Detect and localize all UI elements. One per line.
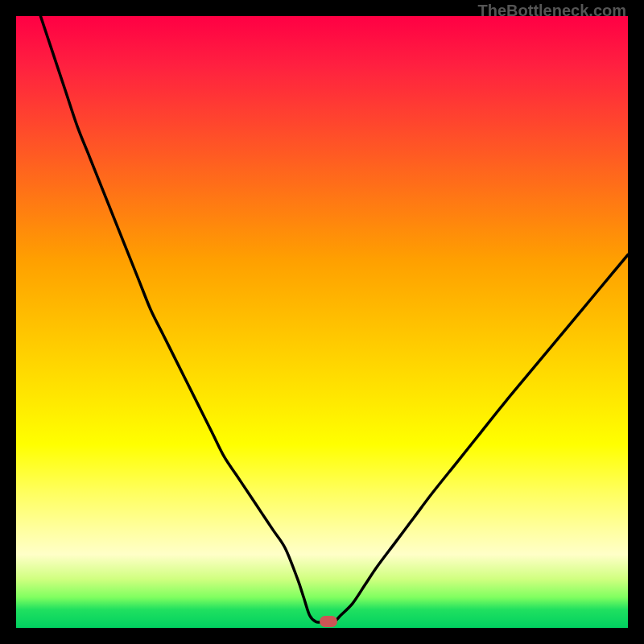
chart-container: TheBottleneck.com [0,0,644,644]
bottleneck-curve [16,16,628,628]
attribution-text: TheBottleneck.com [478,2,626,20]
plot-area [16,16,628,628]
optimal-point-marker [320,616,337,627]
